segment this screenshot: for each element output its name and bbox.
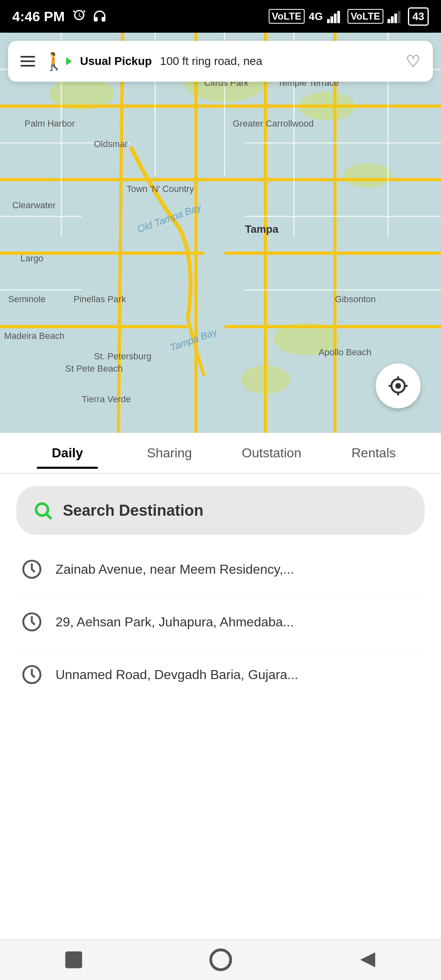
svg-text:Greater Carrollwood: Greater Carrollwood — [233, 118, 314, 129]
svg-point-66 — [36, 503, 48, 515]
alarm-icon — [71, 9, 87, 24]
headphone-icon — [92, 9, 107, 24]
svg-rect-5 — [391, 16, 394, 23]
svg-rect-3 — [337, 11, 340, 23]
crosshair-icon — [387, 374, 410, 397]
square-icon — [62, 949, 85, 971]
svg-line-67 — [47, 514, 51, 519]
signal-icon — [327, 9, 343, 23]
svg-rect-2 — [334, 13, 336, 23]
recent-text-1: Zainab Avenue, near Meem Residency,... — [56, 562, 294, 577]
header-bar: 🚶 Usual Pickup 100 ft ring road, nea ♡ — [8, 41, 433, 82]
svg-point-65 — [396, 384, 400, 388]
svg-text:Largo: Largo — [20, 253, 43, 263]
circle-icon — [207, 947, 234, 973]
svg-text:St Pete Beach: St Pete Beach — [65, 363, 123, 374]
svg-text:Gibsonton: Gibsonton — [335, 294, 376, 304]
svg-point-72 — [211, 950, 231, 970]
recent-text-2: 29, Aehsan Park, Juhapura, Ahmedaba... — [56, 615, 294, 630]
search-destination-box[interactable]: Search Destination — [16, 486, 425, 535]
recent-location-1[interactable]: Zainab Avenue, near Meem Residency,... — [16, 543, 425, 596]
status-bar: 4:46 PM VoLTE 4G VoLTE — [0, 0, 441, 33]
tab-outstation[interactable]: Outstation — [220, 437, 323, 469]
svg-marker-73 — [360, 952, 375, 967]
svg-rect-71 — [65, 951, 82, 968]
tab-bar: Daily Sharing Outstation Rentals — [0, 433, 441, 474]
svg-rect-0 — [327, 19, 330, 23]
back-arrow-icon — [356, 949, 379, 971]
tab-rentals[interactable]: Rentals — [323, 437, 425, 469]
nav-square-button[interactable] — [59, 946, 88, 974]
pickup-address: 100 ft ring road, nea — [160, 55, 398, 68]
bottom-navigation — [0, 939, 441, 980]
pickup-label: Usual Pickup — [80, 55, 152, 68]
volte2-label: VoLTE — [347, 9, 383, 24]
status-left: 4:46 PM — [12, 9, 107, 24]
menu-button[interactable] — [20, 56, 35, 67]
svg-rect-7 — [398, 11, 401, 23]
nav-home-button[interactable] — [206, 946, 235, 974]
map-container: Old Tampa Bay Tampa Bay Palm Harbor Clea… — [0, 33, 441, 433]
volte-label: VoLTE — [269, 9, 305, 24]
svg-text:Palm Harbor: Palm Harbor — [24, 118, 75, 129]
status-right: VoLTE 4G VoLTE 43 — [269, 7, 429, 26]
svg-text:St. Petersburg: St. Petersburg — [94, 351, 151, 361]
svg-text:Madeira Beach: Madeira Beach — [4, 331, 65, 341]
bottom-panel: Search Destination Zainab Avenue, near M… — [0, 474, 441, 947]
4g-label: 4G — [309, 10, 323, 23]
map-svg: Old Tampa Bay Tampa Bay Palm Harbor Clea… — [0, 33, 441, 433]
favorite-button[interactable]: ♡ — [406, 52, 421, 71]
arrow-right-icon — [66, 57, 72, 65]
svg-text:Tierra Verde: Tierra Verde — [82, 394, 131, 404]
tab-sharing[interactable]: Sharing — [118, 437, 220, 469]
recent-location-3[interactable]: Unnamed Road, Devgadh Baria, Gujara... — [16, 648, 425, 701]
svg-rect-6 — [394, 13, 397, 23]
recent-location-2[interactable]: 29, Aehsan Park, Juhapura, Ahmedaba... — [16, 596, 425, 648]
nav-back-button[interactable] — [353, 946, 382, 974]
location-button[interactable] — [376, 363, 421, 408]
status-icons-left — [71, 9, 107, 24]
svg-text:Town 'N' Country: Town 'N' Country — [127, 184, 194, 194]
recent-text-3: Unnamed Road, Devgadh Baria, Gujara... — [56, 667, 298, 682]
svg-text:Seminole: Seminole — [8, 294, 46, 304]
signal2-icon — [388, 9, 404, 23]
history-icon-3 — [20, 663, 43, 686]
history-icon-1 — [20, 558, 43, 581]
search-icon — [33, 500, 53, 521]
search-placeholder-text: Search Destination — [63, 502, 203, 519]
history-icon-2 — [20, 610, 43, 633]
svg-rect-4 — [388, 19, 390, 23]
svg-text:Clearwater: Clearwater — [12, 200, 56, 210]
svg-text:Tampa: Tampa — [245, 223, 278, 235]
svg-text:Pinellas Park: Pinellas Park — [74, 294, 126, 304]
svg-text:Oldsmar: Oldsmar — [94, 139, 128, 149]
transport-mode-icon: 🚶 — [43, 51, 72, 71]
svg-text:Apollo Beach: Apollo Beach — [318, 347, 372, 357]
battery-indicator: 43 — [408, 7, 429, 26]
map-background: Old Tampa Bay Tampa Bay Palm Harbor Clea… — [0, 33, 441, 433]
status-time: 4:46 PM — [12, 9, 65, 24]
walk-figure-icon: 🚶 — [43, 51, 65, 71]
svg-rect-1 — [330, 16, 333, 23]
tab-daily[interactable]: Daily — [16, 437, 118, 469]
svg-point-15 — [343, 163, 392, 188]
